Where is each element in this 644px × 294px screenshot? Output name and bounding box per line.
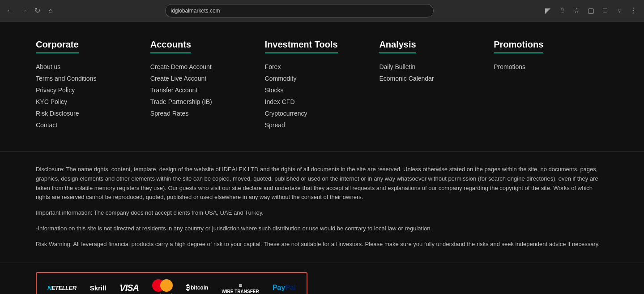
terms-link[interactable]: Terms and Conditions <box>36 75 96 82</box>
visa-payment-icon: VISA <box>119 283 139 293</box>
daily-bulletin-link[interactable]: Daily Bulletin <box>379 63 415 70</box>
promotions-link[interactable]: Promotions <box>494 63 525 70</box>
payment-box: NETELLER Skrill VISA <box>36 272 307 294</box>
list-item: About us <box>36 63 150 70</box>
footer-nav: Corporate About us Terms and Conditions … <box>0 22 644 151</box>
list-item: Privacy Policy <box>36 86 150 94</box>
list-item: Spread <box>265 121 380 129</box>
transfer-account-link[interactable]: Transfer Account <box>150 86 197 94</box>
footer-col-promotions: Promotions Promotions <box>494 39 608 133</box>
important-info-text: Important information: The company does … <box>36 208 608 218</box>
menu-icon[interactable]: ⋮ <box>629 6 639 16</box>
bitcoin-payment-icon: ₿ bitcoin <box>186 284 208 292</box>
share-icon[interactable]: ⇪ <box>557 6 567 16</box>
list-item: Cryptocurrency <box>265 110 380 117</box>
info-direction-text: -Information on this site is not directe… <box>36 224 608 233</box>
about-us-link[interactable]: About us <box>36 63 60 70</box>
screen-icon[interactable]: ◤ <box>543 6 553 16</box>
investment-links: Forex Commodity Stocks Index CFD Cryptoc… <box>265 63 380 129</box>
url-text: idglobalmarkets.com <box>171 8 220 14</box>
commodity-link[interactable]: Commodity <box>265 75 297 82</box>
economic-calendar-link[interactable]: Ecomonic Calendar <box>379 75 434 82</box>
footer-col-investment: Investment Tools Forex Commodity Stocks … <box>265 39 380 133</box>
create-live-link[interactable]: Create Live Account <box>150 75 206 82</box>
bitcoin-logo: ₿ bitcoin <box>186 284 208 292</box>
footer-col-corporate: Corporate About us Terms and Conditions … <box>36 39 150 133</box>
spread-rates-link[interactable]: Spread Rates <box>150 110 189 117</box>
mastercard-icon: mastercard <box>152 279 173 294</box>
mc-orange-circle <box>160 279 173 292</box>
bitcoin-symbol: ₿ <box>186 284 190 292</box>
payment-section: NETELLER Skrill VISA <box>0 263 644 294</box>
mastercard-payment-icon: mastercard <box>152 279 173 294</box>
neteller-logo: NETELLER <box>47 285 77 291</box>
profile-icon[interactable]: ♀ <box>614 6 624 16</box>
forward-button[interactable]: → <box>19 6 29 16</box>
list-item: Terms and Conditions <box>36 75 150 82</box>
skrill-logo: Skrill <box>90 284 107 292</box>
list-item: Contact <box>36 121 150 129</box>
wire-transfer-text: WIRE TRANSFER <box>222 289 259 294</box>
disclosure-section: Disclosure: The name rights, content, te… <box>0 151 644 263</box>
analysis-links: Daily Bulletin Ecomonic Calendar <box>379 63 494 82</box>
stocks-link[interactable]: Stocks <box>265 86 284 94</box>
bitcoin-text: bitcoin <box>191 285 208 291</box>
kyc-link[interactable]: KYC Policy <box>36 98 67 105</box>
accounts-title: Accounts <box>150 39 191 53</box>
spread-link[interactable]: Spread <box>265 121 285 129</box>
index-cfd-link[interactable]: Index CFD <box>265 98 295 105</box>
list-item: Create Live Account <box>150 75 265 82</box>
promotions-links: Promotions <box>494 63 608 70</box>
page-content: Corporate About us Terms and Conditions … <box>0 22 644 294</box>
address-bar[interactable]: idglobalmarkets.com <box>165 4 434 17</box>
browser-actions: ◤ ⇪ ☆ ▢ □ ♀ ⋮ <box>543 6 639 16</box>
paypal-payment-icon: PayPal <box>273 284 296 292</box>
list-item: Index CFD <box>265 98 380 105</box>
list-item: Forex <box>265 63 380 70</box>
analysis-title: Analysis <box>379 39 416 53</box>
forex-link[interactable]: Forex <box>265 63 281 70</box>
create-demo-link[interactable]: Create Demo Account <box>150 63 212 70</box>
list-item: Trade Partnership (IB) <box>150 98 265 105</box>
list-item: KYC Policy <box>36 98 150 105</box>
skrill-payment-icon: Skrill <box>90 284 107 292</box>
wire-transfer-payment-icon: ≡ WIRE TRANSFER <box>222 282 259 294</box>
visa-logo: VISA <box>119 283 139 293</box>
list-item: Daily Bulletin <box>379 63 494 70</box>
list-item: Stocks <box>265 86 380 94</box>
disclosure-text: Disclosure: The name rights, content, te… <box>36 165 608 202</box>
browser-chrome: ← → ↻ ⌂ idglobalmarkets.com ◤ ⇪ ☆ ▢ □ ♀ … <box>0 0 644 22</box>
paypal-logo: PayPal <box>273 284 296 292</box>
trade-partnership-link[interactable]: Trade Partnership (IB) <box>150 98 212 105</box>
window-icon[interactable]: □ <box>600 6 610 16</box>
list-item: Promotions <box>494 63 608 70</box>
privacy-link[interactable]: Privacy Policy <box>36 86 75 94</box>
mastercard-label: mastercard <box>153 293 172 294</box>
star-icon[interactable]: ☆ <box>571 6 581 16</box>
list-item: Ecomonic Calendar <box>379 75 494 82</box>
crypto-link[interactable]: Cryptocurrency <box>265 110 307 117</box>
extension-icon[interactable]: ▢ <box>586 6 596 16</box>
list-item: Transfer Account <box>150 86 265 94</box>
reload-button[interactable]: ↻ <box>32 6 42 16</box>
footer-col-analysis: Analysis Daily Bulletin Ecomonic Calenda… <box>379 39 494 133</box>
list-item: Spread Rates <box>150 110 265 117</box>
list-item: Commodity <box>265 75 380 82</box>
home-button[interactable]: ⌂ <box>46 6 55 16</box>
list-item: Risk Disclosure <box>36 110 150 117</box>
wire-lines-icon: ≡ <box>239 282 242 289</box>
risk-link[interactable]: Risk Disclosure <box>36 110 79 117</box>
investment-title: Investment Tools <box>265 39 338 53</box>
footer-col-accounts: Accounts Create Demo Account Create Live… <box>150 39 265 133</box>
risk-warning-text: Risk Warning: All leveraged financial pr… <box>36 240 608 249</box>
corporate-title: Corporate <box>36 39 79 53</box>
back-button[interactable]: ← <box>5 6 15 16</box>
contact-link[interactable]: Contact <box>36 121 57 129</box>
accounts-links: Create Demo Account Create Live Account … <box>150 63 265 117</box>
neteller-payment-icon: NETELLER <box>47 285 77 291</box>
list-item: Create Demo Account <box>150 63 265 70</box>
corporate-links: About us Terms and Conditions Privacy Po… <box>36 63 150 129</box>
wire-transfer-logo: ≡ WIRE TRANSFER <box>222 282 259 294</box>
promotions-title: Promotions <box>494 39 543 53</box>
